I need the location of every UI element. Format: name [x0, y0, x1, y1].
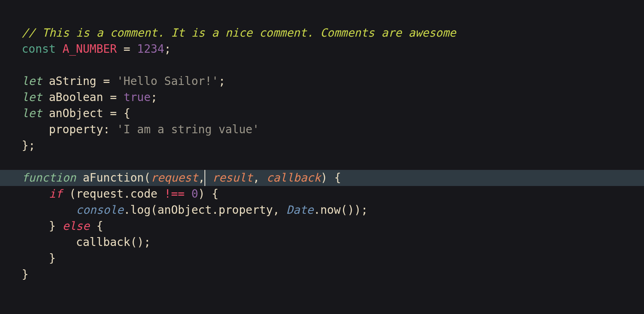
- indent: [22, 123, 49, 136]
- dot: .: [124, 187, 130, 200]
- brace-open: {: [328, 171, 341, 184]
- string-literal: 'I am a string value': [117, 123, 259, 136]
- indent: [22, 203, 76, 217]
- property-access: code: [130, 187, 157, 200]
- semicolon: ;: [151, 91, 157, 104]
- constant-name: A_NUMBER: [62, 42, 117, 56]
- variable-name: anObject: [42, 107, 103, 120]
- brace-close: };: [22, 139, 35, 152]
- string-literal: 'Hello Sailor!': [117, 74, 219, 88]
- keyword-let: let: [22, 91, 42, 104]
- code-editor[interactable]: // This is a comment. It is a nice comme…: [0, 0, 644, 314]
- indent: [22, 236, 76, 249]
- semicolon: ;: [164, 42, 171, 56]
- keyword-function: function: [22, 171, 76, 184]
- keyword-else: else: [56, 219, 89, 233]
- variable-name: aString: [42, 74, 97, 88]
- parameter: callback: [260, 171, 321, 184]
- paren-open: (: [144, 171, 151, 184]
- indent: [22, 187, 49, 200]
- number-literal: 0: [191, 187, 198, 200]
- keyword-let: let: [22, 74, 42, 88]
- paren-close: ): [321, 171, 328, 184]
- paren-open: (: [62, 187, 76, 200]
- comma: ,: [198, 171, 205, 184]
- colon: :: [103, 123, 117, 136]
- keyword-if: if: [49, 187, 62, 200]
- operator-compare: !==: [157, 187, 191, 200]
- dot: .: [314, 203, 320, 217]
- code-line[interactable]: const A_NUMBER = 1234;: [0, 41, 644, 57]
- dot: .: [212, 203, 219, 217]
- code-line[interactable]: if (request.code !== 0) {: [0, 186, 644, 202]
- parameter: result: [205, 171, 253, 184]
- boolean-literal: true: [124, 91, 151, 104]
- code-line[interactable]: let anObject = {: [0, 105, 644, 122]
- comma: ,: [253, 171, 260, 184]
- method-name: log: [130, 203, 151, 217]
- blank-line[interactable]: [0, 154, 644, 170]
- brace-open: {: [124, 107, 130, 120]
- code-line[interactable]: }: [0, 250, 644, 266]
- code-line[interactable]: let aString = 'Hello Sailor!';: [0, 73, 644, 89]
- code-line[interactable]: // This is a comment. It is a nice comme…: [0, 25, 644, 41]
- comment-text: // This is a comment. It is a nice comme…: [22, 26, 456, 39]
- operator-assign: =: [103, 91, 124, 104]
- identifier: request: [76, 187, 124, 200]
- call-close: ();: [130, 236, 151, 249]
- call-close: ());: [341, 203, 367, 217]
- variable-name: aBoolean: [42, 91, 103, 104]
- brace-close: }: [49, 219, 56, 233]
- property-access: property: [219, 203, 273, 217]
- number-literal: 1234: [137, 42, 164, 56]
- parameter: request: [151, 171, 198, 184]
- code-line[interactable]: callback();: [0, 234, 644, 250]
- paren-close: ) {: [198, 187, 219, 200]
- indent: [22, 252, 49, 265]
- operator-assign: =: [103, 107, 124, 120]
- keyword-const: const: [22, 42, 56, 56]
- indent: [22, 219, 49, 233]
- code-line[interactable]: };: [0, 138, 644, 154]
- operator-assign: =: [117, 42, 137, 56]
- code-line[interactable]: let aBoolean = true;: [0, 89, 644, 105]
- identifier: callback: [76, 236, 130, 249]
- semicolon: ;: [219, 74, 225, 88]
- code-line[interactable]: } else {: [0, 218, 644, 234]
- function-name: aFunction: [76, 171, 144, 184]
- property-name: property: [49, 123, 103, 136]
- comma: ,: [273, 203, 287, 217]
- paren-open: (: [151, 203, 157, 217]
- blank-line[interactable]: [0, 57, 644, 73]
- builtin-date: Date: [286, 203, 313, 217]
- identifier: anObject: [157, 203, 212, 217]
- code-line[interactable]: property: 'I am a string value': [0, 122, 644, 138]
- code-line[interactable]: }: [0, 266, 644, 283]
- brace-close: }: [22, 268, 29, 281]
- code-line-active[interactable]: function aFunction(request, result, call…: [0, 170, 644, 186]
- brace-open: {: [90, 219, 103, 233]
- operator-assign: =: [96, 74, 117, 88]
- code-line[interactable]: console.log(anObject.property, Date.now(…: [0, 202, 644, 218]
- dot: .: [124, 203, 130, 217]
- method-name: now: [320, 203, 341, 217]
- builtin-console: console: [76, 203, 124, 217]
- brace-close: }: [49, 252, 56, 265]
- keyword-let: let: [22, 107, 42, 120]
